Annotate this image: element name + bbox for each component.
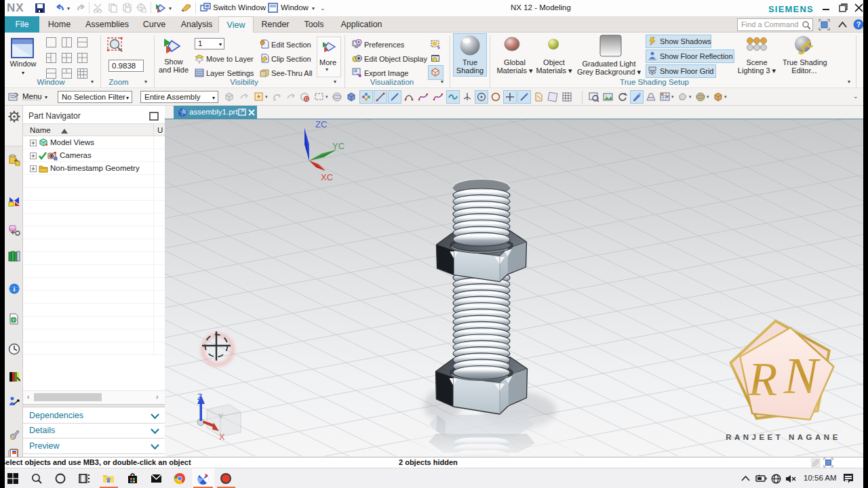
svg-text:X: X — [219, 432, 225, 442]
svg-text:R: R — [748, 353, 778, 405]
svg-text:Z: Z — [197, 392, 202, 402]
svg-text:ZC: ZC — [315, 119, 327, 129]
svg-text:YC: YC — [332, 141, 344, 151]
svg-text:?: ? — [856, 20, 861, 28]
svg-text:Y: Y — [218, 412, 224, 420]
svg-text:N: N — [783, 347, 821, 404]
svg-text:XC: XC — [321, 172, 333, 182]
svg-text:RANJEET NAGANE: RANJEET NAGANE — [726, 433, 841, 441]
svg-text:i: i — [13, 285, 15, 293]
